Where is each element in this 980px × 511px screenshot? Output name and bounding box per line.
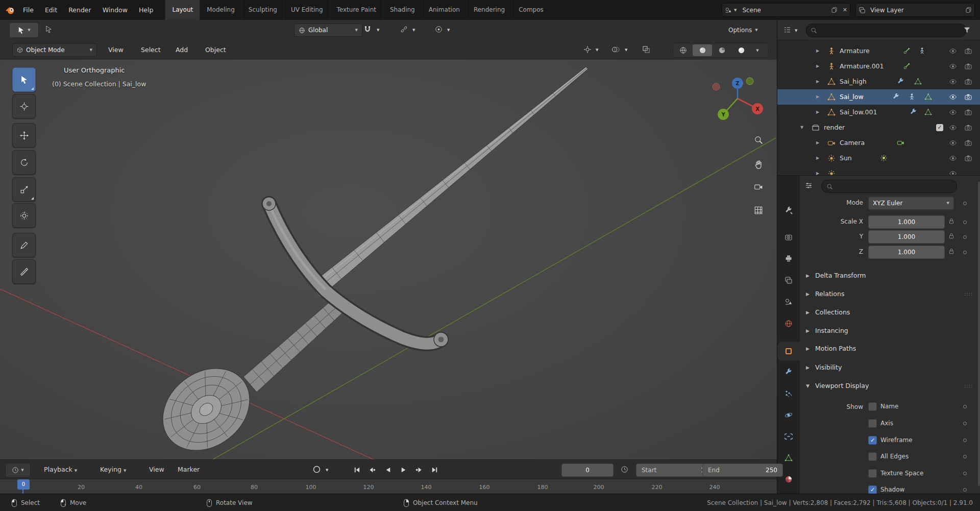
hide-viewport-icon[interactable] xyxy=(949,139,957,147)
outliner-row-armature[interactable]: ▶ Armature xyxy=(777,43,980,59)
section-viewport-display[interactable]: ▼ Viewport Display :::: xyxy=(800,379,980,393)
tab-animation[interactable]: Animation xyxy=(422,0,467,20)
camera-view-button[interactable] xyxy=(751,180,766,194)
lock-icon[interactable] xyxy=(948,232,955,239)
disable-render-icon[interactable] xyxy=(964,47,972,55)
scale-z-field[interactable]: 1.000 xyxy=(868,246,945,259)
menu-render[interactable]: Render xyxy=(63,0,97,20)
toggle-ortho-button[interactable] xyxy=(751,203,766,217)
outliner-row-sun[interactable]: ▶ Sun xyxy=(777,151,980,166)
scale-y-field[interactable]: 1.000 xyxy=(868,230,945,244)
active-tool-button[interactable]: ▼ xyxy=(9,22,39,38)
tab-layout[interactable]: Layout xyxy=(165,0,200,20)
tab-texture-paint[interactable]: Texture Paint xyxy=(330,0,383,20)
toggle-xray-icon[interactable] xyxy=(642,45,650,54)
tool-move[interactable] xyxy=(12,123,36,148)
outliner-row-partial[interactable]: ▶ xyxy=(777,166,980,175)
gizmo-neg-y-ball[interactable] xyxy=(746,78,753,85)
scene-browse-button[interactable]: ▼ xyxy=(722,4,739,16)
lock-icon[interactable] xyxy=(948,217,955,225)
animate-dot[interactable] xyxy=(963,235,967,239)
properties-scrollbar[interactable] xyxy=(978,182,980,486)
mode-dropdown[interactable]: Object Mode ▼ xyxy=(12,43,97,57)
animate-dot[interactable] xyxy=(963,221,967,224)
tab-constraints[interactable] xyxy=(777,427,800,446)
checkbox-name[interactable] xyxy=(868,402,877,411)
current-frame-field[interactable]: 0 xyxy=(561,464,614,477)
disclosure-icon[interactable]: ▶ xyxy=(816,151,819,166)
disable-render-icon[interactable] xyxy=(964,78,972,86)
modifier-wrench-icon[interactable] xyxy=(910,108,918,116)
rotation-mode-dropdown[interactable]: XYZ Euler ▼ xyxy=(868,197,954,210)
animate-dot[interactable] xyxy=(963,488,967,492)
sword-model[interactable] xyxy=(146,67,588,459)
menu-view[interactable]: View xyxy=(149,460,164,479)
disclosure-icon[interactable]: ▶ xyxy=(816,135,819,151)
view-layer-name[interactable]: View Layer xyxy=(868,7,963,14)
timeline-ruler[interactable]: 20 40 60 80 100 120 140 160 180 200 220 … xyxy=(0,479,777,494)
tool-cursor[interactable] xyxy=(12,94,36,118)
tab-tool[interactable] xyxy=(777,201,800,220)
tab-modeling[interactable]: Modeling xyxy=(200,0,241,20)
frame-start-field[interactable]: Start 1 xyxy=(636,464,710,477)
tab-output[interactable] xyxy=(777,249,800,268)
frame-end-field[interactable]: End 250 xyxy=(702,464,783,477)
blender-logo-icon[interactable] xyxy=(5,5,15,15)
tab-scene[interactable] xyxy=(777,292,800,311)
outliner-row-sai-low-001[interactable]: ▶ Sai_low.001 xyxy=(777,105,980,120)
disclosure-icon[interactable]: ▶ xyxy=(816,89,819,105)
outliner-row-sai-low[interactable]: ▶ Sai_low xyxy=(777,89,980,105)
disable-render-icon[interactable] xyxy=(964,124,972,132)
animate-dot[interactable] xyxy=(963,405,967,408)
pose-icon[interactable] xyxy=(918,47,926,55)
proportional-chevron-icon[interactable]: ▼ xyxy=(447,28,450,32)
tool-transform[interactable] xyxy=(12,203,36,228)
shading-chevron-icon[interactable]: ▼ xyxy=(751,48,764,53)
play-reverse-button[interactable] xyxy=(381,464,395,475)
tab-compositing[interactable]: Compos xyxy=(511,0,550,20)
use-preview-range-icon[interactable] xyxy=(621,466,628,473)
menu-window[interactable]: Window xyxy=(97,0,133,20)
tab-particles[interactable] xyxy=(777,384,800,403)
drag-grip-icon[interactable]: :::: xyxy=(964,287,973,301)
animate-dot[interactable] xyxy=(963,422,967,425)
tool-scale[interactable] xyxy=(12,177,36,202)
outliner-row-sai-high[interactable]: ▶ Sai_high xyxy=(777,74,980,89)
tab-uv-editing[interactable]: UV Editing xyxy=(284,0,330,20)
disclosure-icon[interactable]: ▶ xyxy=(816,105,819,120)
disclosure-icon[interactable]: ▶ xyxy=(816,74,819,89)
armature-deform-icon[interactable] xyxy=(908,93,916,101)
scene-new-button[interactable] xyxy=(828,4,840,16)
mesh-data-icon[interactable] xyxy=(924,93,933,101)
jump-prev-keyframe-button[interactable] xyxy=(365,464,379,475)
camera-data-icon[interactable] xyxy=(897,139,905,147)
snap-magnet-icon[interactable] xyxy=(363,26,372,34)
disclosure-icon[interactable]: ▼ xyxy=(800,120,803,135)
hide-viewport-icon[interactable] xyxy=(949,124,957,132)
tab-rendering[interactable]: Rendering xyxy=(467,0,511,20)
filter-funnel-icon[interactable] xyxy=(963,26,971,34)
disable-render-icon[interactable] xyxy=(964,62,972,70)
gizmo-neg-x-ball[interactable] xyxy=(713,83,720,90)
snap-settings-chevron-icon[interactable]: ▼ xyxy=(377,28,379,32)
disable-render-icon[interactable] xyxy=(964,154,972,162)
transform-orientation-dropdown[interactable]: Global ▼ xyxy=(294,23,362,37)
menu-file[interactable]: File xyxy=(17,0,39,20)
checkbox-axis[interactable] xyxy=(868,419,877,428)
tool-measure[interactable] xyxy=(12,259,36,284)
snap-target-chevron-icon[interactable]: ▼ xyxy=(412,28,415,32)
menu-help[interactable]: Help xyxy=(133,0,159,20)
shading-solid-button[interactable] xyxy=(693,44,712,56)
disable-render-icon[interactable] xyxy=(964,108,972,116)
show-gizmo-icon[interactable] xyxy=(583,45,592,54)
tweak-tool-icon[interactable] xyxy=(45,26,53,33)
section-collections[interactable]: ▶ Collections xyxy=(800,306,980,319)
tab-modifiers[interactable] xyxy=(777,362,800,382)
gizmo-chevron-icon[interactable]: ▼ xyxy=(596,48,598,52)
disclosure-icon[interactable]: ▶ xyxy=(816,59,819,74)
properties-search-input[interactable] xyxy=(821,180,957,193)
collection-checkbox[interactable]: ✓ xyxy=(936,124,943,131)
properties-breadcrumb-icon[interactable] xyxy=(805,182,813,189)
timeline-editor-type-button[interactable]: ▼ xyxy=(5,463,31,477)
section-instancing[interactable]: ▶ Instancing xyxy=(800,324,980,337)
